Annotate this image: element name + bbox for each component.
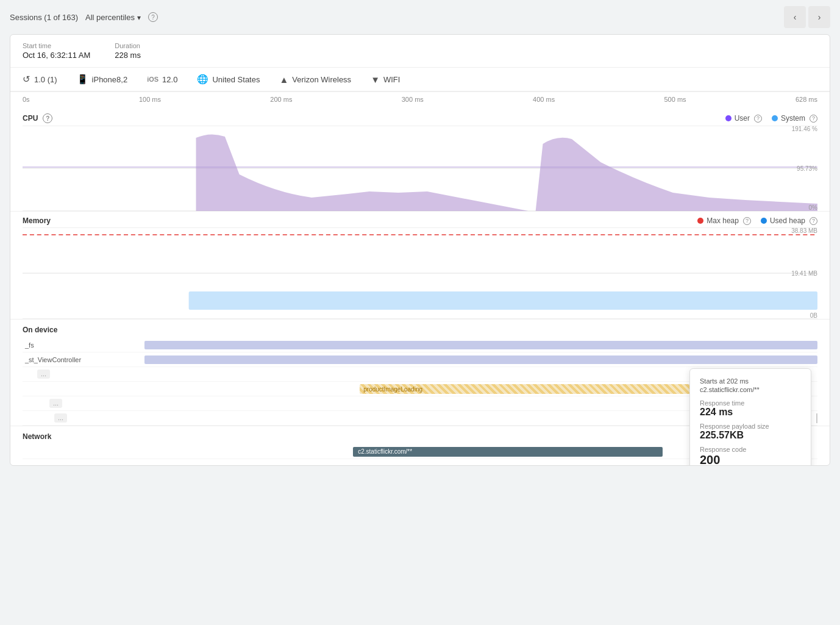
trace-dots3-label: ... bbox=[52, 413, 174, 423]
on-device-title: On device bbox=[23, 320, 817, 338]
tooltip-code: Response code 200 bbox=[700, 446, 801, 466]
product-bar-label: productImageLoading bbox=[360, 386, 422, 393]
tooltip-response-time: Response time 224 ms bbox=[700, 399, 801, 418]
duration-field: Duration 228 ms bbox=[115, 42, 141, 60]
trace-st-bar bbox=[144, 355, 817, 364]
cpu-chart-title: CPU ? bbox=[23, 113, 52, 123]
trace-row-st: _st_ViewController bbox=[23, 352, 817, 367]
on-device-section: On device _fs _st_ViewController ... bbox=[10, 320, 830, 426]
cpu-chart-area: 191.46 % 95.73% 0% bbox=[23, 126, 817, 211]
trace-st-label: _st_ViewController bbox=[23, 356, 144, 363]
network-tooltip: Starts at 202 ms c2.staticflickr.com/** … bbox=[689, 368, 811, 466]
sessions-label: Sessions (1 of 163) bbox=[10, 13, 78, 22]
trace-row-fs: _fs bbox=[23, 338, 817, 352]
tooltip-payload: Response payload size 225.57KB bbox=[700, 423, 801, 441]
cpu-user-dot bbox=[725, 115, 731, 121]
cpu-system-dot bbox=[772, 115, 778, 121]
cpu-chart-header: CPU ? User ? System ? bbox=[23, 109, 817, 126]
used-heap-help-icon[interactable]: ? bbox=[810, 217, 817, 225]
network-item: ▼ WIFI bbox=[371, 74, 400, 85]
trace-dots1-label: ... bbox=[35, 370, 157, 379]
cpu-y-labels: 191.46 % 95.73% 0% bbox=[787, 126, 817, 211]
os-version-item: iOS 12.0 bbox=[147, 75, 177, 84]
memory-y-labels: 38.83 MB 19.41 MB 0B bbox=[787, 227, 817, 319]
trace-st-bar-area bbox=[144, 352, 817, 366]
max-heap-dot bbox=[697, 218, 703, 224]
country-item: 🌐 United States bbox=[197, 74, 260, 85]
max-heap-help-icon[interactable]: ? bbox=[743, 217, 751, 225]
trace-fs-bar-area bbox=[144, 338, 817, 352]
used-heap-dot bbox=[761, 218, 767, 224]
prev-button[interactable]: ‹ bbox=[784, 6, 806, 28]
timeline-ruler: 0s 100 ms 200 ms 300 ms 400 ms 500 ms 62… bbox=[10, 91, 830, 109]
ruler-labels: 0s 100 ms 200 ms 300 ms 400 ms 500 ms 62… bbox=[23, 96, 817, 103]
cpu-user-legend: User ? bbox=[725, 114, 762, 123]
network-bar[interactable]: c2.staticflickr.com/** bbox=[353, 447, 663, 457]
help-icon[interactable]: ? bbox=[148, 12, 158, 22]
network-bar-label: c2.staticflickr.com/** bbox=[358, 448, 412, 455]
cpu-user-area bbox=[23, 134, 817, 211]
trace-dots2-label: ... bbox=[47, 399, 169, 408]
memory-chart-header: Memory Max heap ? Used heap ? bbox=[23, 212, 817, 227]
cpu-legend: User ? System ? bbox=[725, 114, 817, 123]
memory-chart-section: Memory Max heap ? Used heap ? bbox=[10, 212, 830, 320]
used-heap-bar bbox=[189, 291, 817, 310]
cpu-help-icon[interactable]: ? bbox=[43, 113, 52, 123]
signal-icon: ▲ bbox=[279, 74, 288, 85]
memory-chart-area: 38.83 MB 19.41 MB 0B bbox=[23, 227, 817, 319]
start-time-field: Start time Oct 16, 6:32:11 AM bbox=[23, 42, 90, 60]
globe-icon: 🌐 bbox=[197, 74, 208, 85]
cpu-system-legend: System ? bbox=[772, 114, 817, 123]
wifi-icon: ▼ bbox=[371, 74, 380, 85]
memory-chart-title: Memory bbox=[23, 216, 51, 225]
main-card: Start time Oct 16, 6:32:11 AM Duration 2… bbox=[10, 34, 830, 466]
percentile-select[interactable]: All percentiles bbox=[85, 13, 141, 22]
next-button[interactable]: › bbox=[808, 6, 830, 28]
trace-fs-bar bbox=[144, 341, 817, 349]
cpu-chart-section: CPU ? User ? System ? bbox=[10, 109, 830, 212]
phone-icon: 📱 bbox=[77, 74, 88, 85]
chevron-down-icon bbox=[137, 13, 141, 22]
memory-svg bbox=[23, 227, 817, 319]
memory-legend: Max heap ? Used heap ? bbox=[697, 216, 817, 225]
cpu-system-help-icon[interactable]: ? bbox=[810, 115, 817, 123]
trace-fs-label: _fs bbox=[23, 341, 144, 349]
tooltip-url: c2.staticflickr.com/** bbox=[700, 386, 801, 393]
max-heap-legend: Max heap ? bbox=[697, 216, 751, 225]
carrier-item: ▲ Verizon Wireless bbox=[279, 74, 351, 85]
session-header: Start time Oct 16, 6:32:11 AM Duration 2… bbox=[10, 35, 830, 68]
refresh-icon: ↺ bbox=[23, 74, 30, 85]
cpu-svg bbox=[23, 126, 817, 211]
device-info-bar: ↺ 1.0 (1) 📱 iPhone8,2 iOS 12.0 🌐 United … bbox=[10, 68, 830, 91]
tooltip-starts: Starts at 202 ms bbox=[700, 377, 801, 385]
used-heap-legend: Used heap ? bbox=[761, 216, 817, 225]
device-model-item: 📱 iPhone8,2 bbox=[77, 74, 128, 85]
cpu-user-help-icon[interactable]: ? bbox=[754, 115, 762, 123]
ios-label: iOS bbox=[147, 76, 158, 83]
version-item: ↺ 1.0 (1) bbox=[23, 74, 57, 85]
trace-end-marker bbox=[816, 413, 817, 423]
